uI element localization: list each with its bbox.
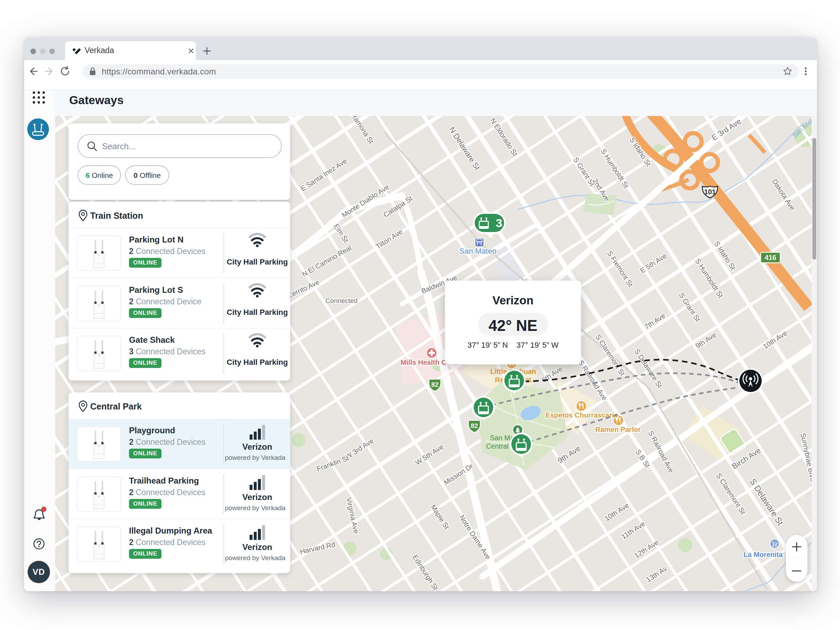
svg-text:10th Ave: 10th Ave <box>603 501 630 523</box>
svg-text:Franklin St: Franklin St <box>316 454 350 473</box>
svg-text:Tilton Ave: Tilton Ave <box>374 227 404 250</box>
svg-text:E Santa Inez Ave: E Santa Inez Ave <box>299 157 348 192</box>
svg-text:Harvard Rd: Harvard Rd <box>299 540 336 556</box>
svg-text:Connected: Connected <box>325 297 358 304</box>
svg-text:Ramen Parlor: Ramen Parlor <box>595 425 641 433</box>
svg-text:82: 82 <box>431 381 438 388</box>
svg-text:101: 101 <box>704 188 715 196</box>
svg-text:13th Av: 13th Av <box>644 565 668 584</box>
svg-text:N Eldorado St: N Eldorado St <box>489 117 519 158</box>
svg-text:416: 416 <box>764 254 776 261</box>
svg-text:9th Ave: 9th Ave <box>556 444 582 465</box>
svg-text:Elm St: Elm St <box>332 222 350 244</box>
svg-text:3: 3 <box>496 216 502 230</box>
svg-text:E 5th Ave: E 5th Ave <box>639 252 668 275</box>
svg-text:La Morenita: La Morenita <box>744 551 783 558</box>
svg-text:Edinburgh St: Edinburgh St <box>411 553 440 591</box>
